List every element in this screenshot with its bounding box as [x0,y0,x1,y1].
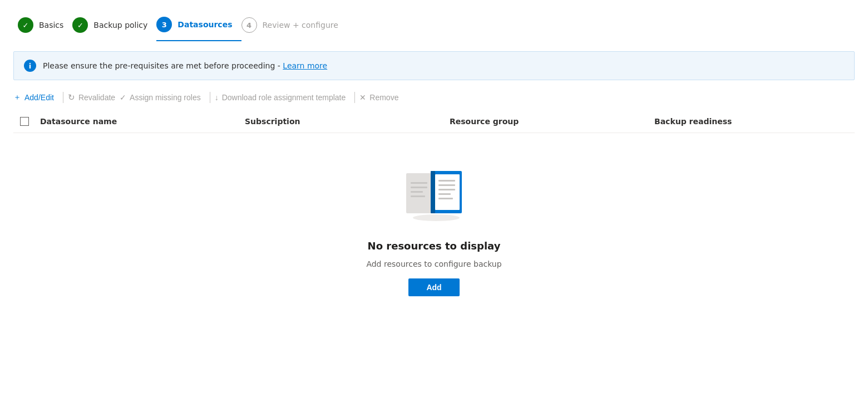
step-backup-policy[interactable]: ✓ Backup policy [72,11,156,41]
step-review-configure-label: Review + configure [263,21,338,30]
svg-rect-12 [431,171,435,213]
col-subscription: Subscription [240,115,445,128]
step-datasources-icon: 3 [156,17,172,32]
info-icon: i [24,60,36,72]
col-resource-group: Resource group [445,115,650,128]
step-basics-icon: ✓ [18,17,33,33]
empty-state: No resources to display Add resources to… [0,133,868,319]
step-basics-label: Basics [39,21,63,30]
svg-rect-10 [411,191,423,193]
step-review-configure[interactable]: 4 Review + configure [241,11,347,41]
remove-button[interactable]: ✕ Remove [359,91,403,104]
empty-state-title: No resources to display [368,240,501,252]
info-banner-text: Please ensure the pre-requisites are met… [43,61,327,70]
step-basics[interactable]: ✓ Basics [18,11,72,41]
col-datasource-name: Datasource name [36,115,240,128]
empty-state-icon [401,167,467,228]
select-all-checkbox-cell[interactable] [13,115,36,128]
wizard-steps: ✓ Basics ✓ Backup policy 3 Datasources 4… [0,0,868,41]
svg-rect-4 [438,184,455,186]
svg-rect-3 [438,180,455,182]
assign-roles-button[interactable]: ✓ Assign missing roles [120,91,205,104]
check-icon: ✓ [120,93,126,102]
svg-rect-2 [435,174,460,210]
step-review-configure-icon: 4 [241,17,257,33]
col-backup-readiness: Backup readiness [650,115,855,128]
download-template-button[interactable]: ↓ Download role assignment template [215,91,351,104]
svg-rect-7 [438,198,453,199]
empty-state-subtitle: Add resources to configure backup [366,260,501,268]
revalidate-button[interactable]: ↻ Revalidate [68,90,120,105]
step-backup-policy-icon: ✓ [72,17,88,33]
info-banner: i Please ensure the pre-requisites are m… [13,51,855,80]
toolbar-separator-2 [210,92,210,103]
svg-rect-6 [438,193,451,195]
step-datasources[interactable]: 3 Datasources [156,10,241,41]
step-datasources-label: Datasources [177,20,232,29]
svg-rect-5 [438,189,455,190]
svg-rect-9 [411,187,427,188]
svg-rect-11 [411,195,425,197]
toolbar-separator-3 [354,92,355,103]
add-icon: ＋ [13,92,21,102]
svg-point-13 [413,214,460,221]
select-all-checkbox[interactable] [20,117,29,126]
toolbar: ＋ Add/Edit ↻ Revalidate ✓ Assign missing… [0,80,868,110]
learn-more-link[interactable]: Learn more [283,61,327,70]
svg-rect-8 [411,182,427,184]
step-backup-policy-label: Backup policy [93,21,147,30]
empty-add-button[interactable]: Add [408,278,459,296]
table-header: Datasource name Subscription Resource gr… [13,110,855,133]
revalidate-icon: ↻ [68,92,75,102]
toolbar-separator-1 [63,92,63,103]
add-edit-button[interactable]: ＋ Add/Edit [13,90,58,105]
table-container: Datasource name Subscription Resource gr… [13,110,855,133]
remove-icon: ✕ [359,93,366,102]
download-icon: ↓ [215,93,219,102]
